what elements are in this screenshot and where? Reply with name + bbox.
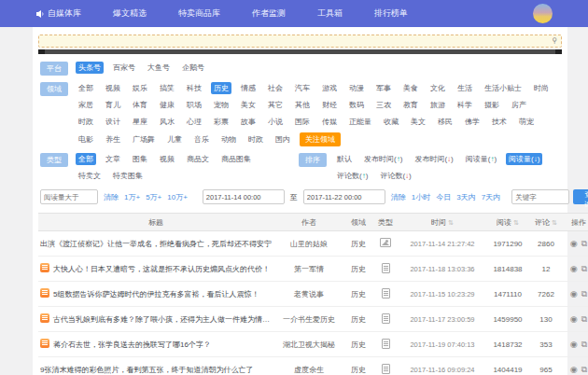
filter-chip[interactable]: 情感 xyxy=(238,82,259,94)
view-original-icon[interactable]: ◉ xyxy=(570,340,578,349)
filter-chip[interactable]: 汽车 xyxy=(292,82,313,94)
filter-chip[interactable]: 其它 xyxy=(265,99,286,111)
date-from-input[interactable] xyxy=(203,189,285,204)
filter-chip[interactable]: 商品文 xyxy=(184,153,212,165)
follow-domain-button[interactable]: 关注领域 xyxy=(300,132,341,146)
sort-caret-icon[interactable]: ⇅ xyxy=(446,219,454,226)
filter-chip[interactable]: 百家号 xyxy=(110,62,138,74)
filter-chip[interactable]: 生活小贴士 xyxy=(482,82,525,94)
filter-chip[interactable]: 设计 xyxy=(103,116,123,128)
quick-link[interactable]: 清除 xyxy=(104,192,119,202)
filter-chip[interactable]: 文章 xyxy=(103,153,123,165)
filter-chip[interactable]: 动物 xyxy=(218,133,239,146)
quick-link[interactable]: 今日 xyxy=(436,192,451,202)
table-row[interactable]: 出演《渡江侦察记》让他一举成名，拒绝看病身亡，死后却还不得安宁 山里的姑娘 历史… xyxy=(38,231,588,257)
filter-chip[interactable]: 佛学 xyxy=(462,116,483,128)
filter-chip[interactable]: 科技 xyxy=(184,82,204,94)
filter-chip[interactable]: 其他 xyxy=(292,99,313,111)
filter-chip[interactable]: 传媒 xyxy=(319,116,340,128)
sort-chip[interactable]: 阅读量(↑) xyxy=(463,153,499,165)
filter-chip[interactable]: 时尚 xyxy=(531,82,552,94)
user-avatar[interactable] xyxy=(533,4,553,23)
scrollbar-right-cap[interactable] xyxy=(555,49,562,54)
filter-chip[interactable]: 儿童 xyxy=(164,133,185,146)
quick-link[interactable]: 1小时 xyxy=(412,192,430,202)
filter-chip[interactable]: 职场 xyxy=(184,99,204,111)
table-row[interactable]: 9张清末难得的彩色照片，看到第五张，终于知道清朝为什么亡了 虚度余生 历史 20… xyxy=(38,357,588,375)
quick-link[interactable]: 1万+ xyxy=(124,192,140,202)
search-icon[interactable]: ⚲ xyxy=(552,36,557,45)
filter-chip[interactable]: 家居 xyxy=(76,99,96,111)
filter-chip[interactable]: 养生 xyxy=(103,133,123,146)
article-author[interactable]: 一介书生爱历史 xyxy=(273,307,344,332)
view-original-icon[interactable]: ◉ xyxy=(570,289,578,299)
filter-chip[interactable]: 电影 xyxy=(76,133,96,146)
copy-doc-icon[interactable]: ⧉ xyxy=(581,314,587,324)
filter-chip[interactable]: 时政 xyxy=(76,116,96,128)
filter-chip[interactable]: 小说 xyxy=(265,116,286,128)
column-header[interactable]: 领域 xyxy=(344,214,372,231)
quick-link[interactable]: 3天内 xyxy=(456,192,475,202)
nav-item-爆文精选[interactable]: 爆文精选 xyxy=(113,7,147,20)
nav-item-排行榜单[interactable]: 排行榜单 xyxy=(374,7,408,20)
sort-caret-icon[interactable]: ⇅ xyxy=(511,219,519,226)
filter-chip[interactable]: 社会 xyxy=(265,82,286,94)
filter-chip[interactable]: 企鹅号 xyxy=(179,62,207,74)
filter-chip[interactable]: 大鱼号 xyxy=(145,62,173,74)
filter-chip[interactable]: 动漫 xyxy=(346,82,367,94)
article-author[interactable]: 老黄说事 xyxy=(273,282,344,307)
table-row[interactable]: 5组数据告诉你萨达姆时代的伊拉克有多富裕，看后让人震惊！ 老黄说事 历史 201… xyxy=(38,282,588,307)
filter-chip[interactable]: 特卖图集 xyxy=(110,170,146,182)
sort-chip[interactable]: 发布时间(↑) xyxy=(361,153,405,165)
column-header[interactable]: 评论 ⇅ xyxy=(529,214,563,231)
sort-chip[interactable]: 评论数(↓) xyxy=(377,170,413,182)
global-search-input[interactable] xyxy=(43,35,547,47)
article-title[interactable]: 9张清末难得的彩色照片，看到第五张，终于知道清朝为什么亡了 xyxy=(40,366,253,374)
filter-chip[interactable]: 数码 xyxy=(346,99,367,111)
filter-chip[interactable]: 收藏 xyxy=(381,116,401,128)
quick-link[interactable]: 7天内 xyxy=(482,192,500,202)
article-author[interactable]: 第一军情 xyxy=(273,257,344,282)
filter-chip[interactable]: 移民 xyxy=(435,116,455,128)
filter-chip[interactable]: 三农 xyxy=(373,99,394,111)
filter-chip[interactable]: 历史 xyxy=(211,82,231,94)
filter-chip[interactable]: 生活 xyxy=(455,82,475,94)
filter-chip[interactable]: 游戏 xyxy=(319,82,340,94)
copy-doc-icon[interactable]: ⧉ xyxy=(581,289,587,299)
filter-chip[interactable]: 军事 xyxy=(373,82,394,94)
article-title[interactable]: 蒋介石去世，张学良送去的挽联写了哪16个字？ xyxy=(53,340,211,349)
filter-chip[interactable]: 文化 xyxy=(427,82,448,94)
filter-chip[interactable]: 体育 xyxy=(130,99,150,111)
filter-chip[interactable]: 故事 xyxy=(238,116,259,128)
view-original-icon[interactable]: ◉ xyxy=(570,239,578,248)
filter-chip[interactable]: 美文 xyxy=(408,116,428,128)
column-header[interactable]: 时间 ⇅ xyxy=(399,214,486,231)
article-title[interactable]: 大快人心！日本又遭暗亏，这就是拒不承认历史煽风点火的代价！ xyxy=(53,265,270,273)
filter-chip[interactable]: 心理 xyxy=(184,116,204,128)
filter-chip[interactable]: 正能量 xyxy=(346,116,374,128)
filter-chip[interactable]: 教育 xyxy=(400,99,421,111)
copy-doc-icon[interactable]: ⧉ xyxy=(581,365,587,374)
column-header[interactable]: 类型 xyxy=(372,214,399,231)
article-author[interactable]: 山里的姑娘 xyxy=(273,231,344,257)
filter-chip[interactable]: 音乐 xyxy=(191,133,212,146)
filter-chip[interactable]: 时政 xyxy=(245,133,266,146)
sort-chip[interactable]: 评论数(↑) xyxy=(334,170,371,182)
nav-item-工具箱[interactable]: 工具箱 xyxy=(317,7,343,20)
date-to-input[interactable] xyxy=(303,189,385,204)
column-header[interactable]: 作者 xyxy=(273,214,344,231)
filter-chip[interactable]: 广场舞 xyxy=(130,133,158,146)
column-header[interactable]: 标题 xyxy=(38,214,273,231)
filter-chip[interactable]: 国际 xyxy=(292,116,313,128)
article-title[interactable]: 出演《渡江侦察记》让他一举成名，拒绝看病身亡，死后却还不得安宁 xyxy=(40,240,272,248)
filter-chip[interactable]: 美食 xyxy=(400,82,421,94)
filter-chip[interactable]: 宠物 xyxy=(211,99,231,111)
article-title[interactable]: 古代当乳娘到底有多难？除了喂小孩，还得为主人做一件难为情的事 xyxy=(53,315,273,324)
filter-chip[interactable]: 视频 xyxy=(157,153,177,165)
filter-chip[interactable]: 图集 xyxy=(130,153,150,165)
nav-item-特卖商品库[interactable]: 特卖商品库 xyxy=(178,7,220,20)
filter-chip[interactable]: 育儿 xyxy=(103,99,123,111)
view-original-icon[interactable]: ◉ xyxy=(570,264,578,273)
filter-chip[interactable]: 摄影 xyxy=(482,99,502,111)
filter-chip[interactable]: 风水 xyxy=(157,116,177,128)
